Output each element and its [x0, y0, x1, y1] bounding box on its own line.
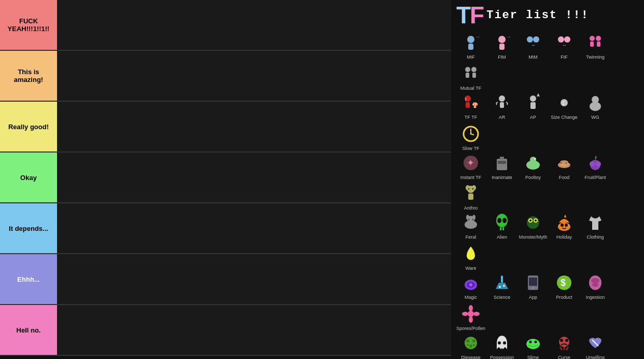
- svg-point-26: [530, 95, 536, 102]
- icon-food: Food: [550, 151, 579, 181]
- svg-text:!: !: [465, 97, 467, 102]
- svg-point-48: [565, 162, 567, 164]
- ar-icon: [491, 91, 513, 114]
- product-label: Product: [556, 295, 572, 300]
- svg-rect-53: [468, 194, 473, 200]
- slow-tf-label: Slow TF: [463, 146, 480, 151]
- svg-rect-68: [502, 227, 504, 230]
- svg-point-81: [499, 286, 501, 288]
- icon-row-2: ! 🍄 TF TF AR: [456, 91, 639, 151]
- svg-rect-15: [597, 42, 600, 47]
- svg-point-56: [468, 188, 470, 190]
- tier-label-s: FUCK YEAH!!!1!!1!!: [0, 0, 57, 50]
- svg-point-97: [466, 339, 469, 342]
- svg-text:→: →: [506, 34, 511, 39]
- svg-point-17: [471, 67, 477, 72]
- wg-icon: [584, 91, 607, 114]
- icon-anthro: Anthro: [456, 182, 485, 211]
- tier-row-s: FUCK YEAH!!!1!!1!!: [0, 0, 451, 51]
- svg-rect-67: [500, 227, 501, 230]
- tier-label-d: It depends...: [0, 203, 57, 253]
- svg-point-102: [498, 341, 501, 344]
- svg-point-6: [527, 36, 533, 43]
- food-label: Food: [559, 175, 570, 181]
- ware-label: Ware: [465, 266, 476, 271]
- tftf-label: TF TF: [465, 115, 477, 120]
- icon-row-6: Diesease Possession: [456, 332, 639, 359]
- icon-unwilling: Unwilling: [581, 332, 610, 359]
- icon-curse: Curse: [550, 332, 579, 359]
- ar-label: AR: [499, 115, 506, 120]
- svg-point-12: [590, 36, 595, 41]
- size-change-label: Size Change: [551, 115, 578, 120]
- svg-point-54: [466, 185, 470, 190]
- svg-text:→: →: [475, 34, 480, 39]
- icon-inanimate: Inanimate: [487, 151, 516, 181]
- tier-label-e: Ehhh...: [0, 254, 57, 304]
- svg-point-43: [534, 158, 536, 160]
- icon-size-change: ↕ Size Change: [550, 91, 579, 120]
- svg-point-10: [564, 36, 570, 43]
- svg-point-111: [565, 339, 568, 342]
- svg-text:↔: ↔: [531, 43, 536, 48]
- svg-point-55: [472, 185, 476, 190]
- icon-clothing: Clothing: [581, 211, 610, 240]
- svg-point-50: [590, 161, 595, 167]
- svg-text:🍄: 🍄: [472, 102, 479, 108]
- icon-diesease: Diesease: [456, 332, 485, 359]
- svg-point-42: [530, 157, 536, 163]
- icon-mtm: ↔ MtM: [519, 31, 548, 60]
- svg-point-85: [532, 287, 534, 289]
- feral-label: Feral: [466, 235, 477, 240]
- icon-ftf: ↔ FtF: [550, 31, 579, 60]
- icon-wg: WG: [581, 91, 610, 120]
- ware-icon: [459, 242, 482, 265]
- svg-point-104: [526, 339, 540, 349]
- icon-row-4: Feral Alien: [456, 211, 639, 271]
- magic-label: Magic: [465, 295, 477, 300]
- fruit-plant-label: Fruit/Plant: [584, 175, 606, 181]
- spores-pollen-label: Spores/Pollen: [456, 326, 485, 332]
- twinning-icon: [584, 31, 607, 54]
- tier-content-b: [57, 102, 451, 151]
- instant-tf-icon: ✦: [459, 151, 482, 174]
- icon-ftm: → FtM: [487, 31, 516, 60]
- svg-point-0: [467, 36, 474, 43]
- svg-line-35: [471, 134, 474, 135]
- ap-label: AP: [530, 115, 536, 120]
- tier-row-c: Okay: [0, 153, 451, 203]
- icon-ap: AP: [519, 91, 548, 120]
- holiday-label: Holiday: [556, 235, 572, 240]
- svg-point-93: [469, 316, 473, 323]
- icon-instant-tf: ✦ Instant TF: [456, 151, 485, 181]
- alien-label: Alien: [497, 235, 507, 240]
- svg-point-99: [469, 344, 472, 348]
- svg-point-95: [473, 312, 480, 316]
- tf-logo: TF: [456, 3, 483, 27]
- svg-point-16: [465, 67, 470, 72]
- ingestion-label: Ingestion: [586, 295, 605, 300]
- pooltoy-label: Pooltoy: [525, 175, 541, 181]
- anthro-label: Anthro: [464, 206, 478, 211]
- svg-point-94: [462, 312, 468, 316]
- svg-point-101: [473, 344, 475, 346]
- icon-slime: Slime: [519, 332, 548, 359]
- holiday-icon: [553, 211, 576, 234]
- ap-icon: [522, 91, 544, 114]
- svg-point-76: [565, 224, 568, 227]
- svg-point-65: [497, 218, 501, 223]
- svg-rect-19: [472, 73, 476, 78]
- instant-tf-label: Instant TF: [460, 175, 481, 181]
- svg-point-79: [469, 283, 472, 286]
- svg-point-74: [558, 223, 570, 231]
- icon-row-1: → MtF → FtM: [456, 31, 639, 91]
- twinning-label: Twinning: [586, 55, 605, 60]
- svg-point-90: [592, 283, 598, 287]
- mtf-icon: →: [459, 31, 482, 54]
- svg-point-57: [472, 188, 474, 190]
- pooltoy-icon: [522, 151, 544, 174]
- tier-content-f: [57, 305, 451, 355]
- tf-t: T: [456, 2, 470, 29]
- svg-rect-14: [590, 42, 594, 47]
- fruit-plant-icon: [584, 151, 607, 174]
